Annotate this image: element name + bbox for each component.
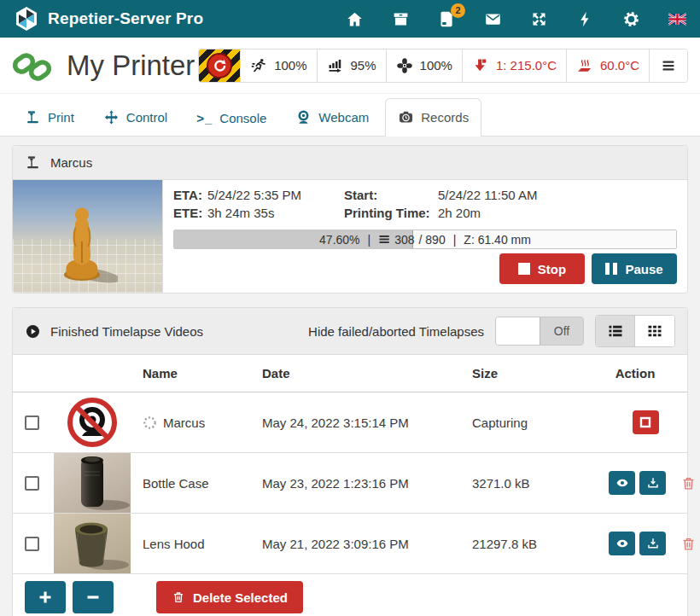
row-status: Capturing (469, 416, 605, 430)
settings-gear-icon[interactable] (622, 10, 640, 28)
minus-icon (86, 590, 100, 604)
home-icon[interactable] (346, 10, 364, 28)
stop-label: Stop (538, 262, 566, 276)
download-video-button[interactable] (639, 471, 666, 495)
start-value: 5/24/22 11:50 AM (438, 188, 677, 202)
delete-video-button[interactable] (680, 475, 697, 491)
stop-recording-button[interactable] (633, 410, 659, 434)
trash-icon (172, 590, 185, 604)
select-all-button[interactable] (25, 581, 66, 613)
hide-failed-toggle[interactable]: Off (495, 317, 584, 346)
flow-bars-icon (327, 57, 344, 74)
tab-records[interactable]: Records (385, 98, 481, 137)
row-size: 3271.0 kB (469, 476, 605, 491)
extruder-temp-button[interactable]: 1: 215.0°C (462, 49, 566, 82)
trash-icon (680, 475, 697, 491)
tab-console[interactable]: >_ Console (184, 100, 279, 137)
emergency-stop-icon (207, 53, 232, 78)
fan-icon (396, 57, 413, 74)
table-row: Lens Hood May 21, 2022 3:09:16 PM 21297.… (13, 514, 687, 574)
eta-value: 5/24/22 5:35 PM (207, 188, 344, 202)
layer-total: / 890 (419, 233, 446, 247)
tab-webcam-label: Webcam (318, 110, 369, 125)
speed-value: 100% (274, 58, 306, 73)
table-row: Marcus May 24, 2022 3:15:14 PM Capturing (13, 392, 687, 453)
header-action: Action (605, 366, 687, 381)
row-checkbox[interactable] (25, 416, 39, 430)
view-video-button[interactable] (609, 532, 635, 555)
no-webcam-icon (54, 392, 131, 452)
printer-status-group: 100% 95% 100% 1: 215.0°C 60.0°C (198, 49, 688, 83)
stop-print-button[interactable]: Stop (499, 253, 585, 284)
pause-icon (605, 263, 617, 275)
tab-print-label: Print (48, 110, 74, 125)
top-navbar: Repetier-Server Pro 2 (0, 0, 700, 38)
table-row: Bottle Case May 23, 2022 1:23:16 PM 3271… (13, 453, 687, 514)
printer-menu-button[interactable] (649, 49, 687, 82)
toggle-state: Off (540, 317, 583, 345)
header-size: Size (469, 366, 605, 381)
download-icon (646, 476, 660, 490)
console-icon: >_ (196, 111, 213, 125)
layers-icon (378, 233, 391, 246)
list-view-button[interactable] (596, 316, 635, 346)
delete-video-button[interactable] (680, 536, 697, 552)
row-name: Marcus (163, 416, 205, 430)
timelapse-panel: Finished Timelapse Videos Hide failed/ab… (12, 307, 688, 616)
layer-current: 308 (394, 233, 414, 247)
fan-button[interactable]: 100% (386, 49, 462, 82)
expand-arrows-icon[interactable] (530, 10, 548, 28)
tab-control[interactable]: Control (90, 98, 180, 137)
start-label: Start: (344, 188, 438, 202)
table-header-row: Name Date Size Action (13, 355, 687, 392)
printer-job-icon (25, 154, 41, 171)
video-thumbnail (54, 453, 131, 513)
printer-header: My Printer 100% 95% 100% (0, 38, 700, 94)
view-video-button[interactable] (609, 471, 635, 495)
bed-temp-button[interactable]: 60.0°C (566, 49, 649, 82)
timelapse-title: Finished Timelapse Videos (50, 324, 203, 339)
power-bolt-icon[interactable] (576, 10, 594, 28)
progress-percent: 47.60% (319, 233, 359, 247)
capturing-spinner-icon (143, 416, 157, 430)
extruder-icon (472, 57, 489, 74)
row-checkbox[interactable] (25, 476, 39, 491)
pause-label: Pause (625, 262, 662, 276)
mail-icon[interactable] (484, 10, 502, 28)
row-checkbox[interactable] (25, 537, 39, 551)
language-flag-icon[interactable] (668, 10, 686, 28)
job-meta: ETA: 5/24/22 5:35 PM Start: 5/24/22 11:5… (173, 188, 677, 220)
timelapse-header: Finished Timelapse Videos Hide failed/ab… (13, 308, 687, 355)
repetier-logo-icon (14, 6, 39, 32)
flow-value: 95% (351, 58, 376, 73)
list-view-icon (607, 323, 624, 340)
print-queue-icon[interactable]: 2 (438, 10, 456, 28)
delete-selected-button[interactable]: Delete Selected (156, 581, 303, 613)
brand-title: Repetier-Server Pro (48, 9, 203, 28)
speed-runner-icon (250, 57, 267, 74)
grid-view-icon (646, 323, 663, 340)
tab-print[interactable]: Print (12, 98, 87, 137)
download-video-button[interactable] (639, 532, 666, 555)
hamburger-menu-icon (660, 57, 677, 74)
page-title: My Printer (67, 49, 195, 82)
view-mode-group (595, 315, 675, 347)
trash-icon (680, 536, 697, 552)
printing-time-label: Printing Time: (344, 206, 438, 220)
plus-icon (38, 590, 52, 604)
archive-box-icon[interactable] (392, 10, 410, 28)
pause-print-button[interactable]: Pause (592, 253, 677, 284)
emergency-stop-button[interactable] (199, 49, 240, 82)
eta-label: ETA: (173, 188, 207, 202)
row-date: May 21, 2022 3:09:16 PM (259, 537, 469, 551)
grid-view-button[interactable] (635, 316, 674, 346)
tab-control-label: Control (126, 110, 167, 125)
deselect-all-button[interactable] (73, 581, 114, 613)
speed-multiplier-button[interactable]: 100% (240, 49, 316, 82)
connection-chain-icon (12, 47, 53, 84)
brand[interactable]: Repetier-Server Pro (14, 6, 203, 32)
job-panel-header: Marcus (13, 146, 687, 180)
tab-webcam[interactable]: Webcam (283, 98, 382, 137)
flow-multiplier-button[interactable]: 95% (317, 49, 386, 82)
eye-icon (615, 537, 629, 550)
